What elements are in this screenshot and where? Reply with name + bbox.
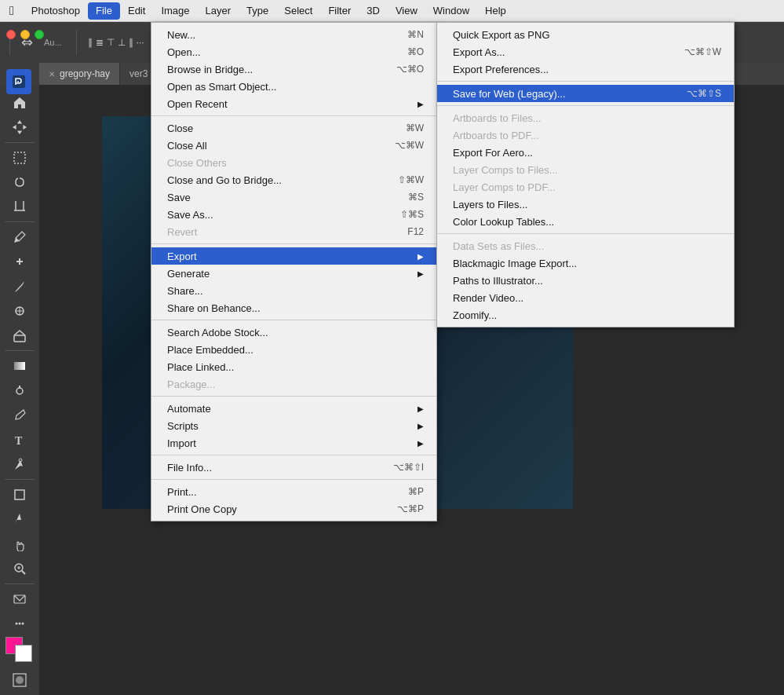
menu-paths-illustrator[interactable]: Paths to Illustrator... (437, 272, 734, 289)
shape-tool[interactable] (7, 483, 32, 506)
menu-open-smart[interactable]: Open as Smart Object... (151, 78, 436, 95)
marquee-tool[interactable] (7, 146, 32, 169)
menu-place-embedded[interactable]: Place Embedded... (151, 341, 436, 358)
menu-share-behance[interactable]: Share on Behance... (151, 299, 436, 316)
export-submenu: Quick Export as PNG Export As... ⌥⌘⇧W Ex… (436, 22, 735, 327)
menu-export-as[interactable]: Export As... ⌥⌘⇧W (437, 43, 734, 60)
quick-mask-icon[interactable] (10, 671, 29, 692)
eyedropper-tool[interactable] (7, 225, 32, 248)
ps-home-icon[interactable] (6, 69, 31, 94)
menu-new[interactable]: New... ⌘N (151, 26, 436, 43)
maximize-button[interactable] (35, 30, 44, 39)
menu-quick-export-png[interactable]: Quick Export as PNG (437, 26, 734, 43)
align-bottom-icon[interactable]: ⊥ (118, 37, 126, 48)
auto-label: Au... (41, 35, 65, 50)
menubar-type[interactable]: Type (239, 2, 276, 20)
menu-layers-to-files[interactable]: Layers to Files... (437, 196, 734, 213)
menu-revert[interactable]: Revert F12 (151, 223, 436, 240)
menu-close-others[interactable]: Close Others (151, 154, 436, 171)
menu-scripts[interactable]: Scripts ▶ (151, 417, 436, 434)
type-tool[interactable]: T (7, 428, 32, 451)
align-right-icon[interactable]: ∥ (129, 37, 133, 48)
menubar-image[interactable]: Image (153, 2, 197, 20)
menu-browse-bridge[interactable]: Browse in Bridge... ⌥⌘O (151, 60, 436, 78)
color-swatches[interactable] (5, 637, 34, 663)
menubar-edit[interactable]: Edit (120, 2, 153, 20)
tab-close-icon[interactable]: ✕ (49, 70, 55, 79)
menu-print[interactable]: Print... ⌘P (151, 483, 436, 500)
eraser-tool[interactable] (7, 324, 32, 347)
menu-color-lookup[interactable]: Color Lookup Tables... (437, 213, 734, 230)
menu-save[interactable]: Save ⌘S (151, 188, 436, 206)
background-color[interactable] (15, 645, 32, 662)
more-tools-icon[interactable] (7, 612, 32, 635)
minimize-button[interactable] (20, 30, 30, 39)
menu-automate[interactable]: Automate ▶ (151, 400, 436, 417)
menubar-select[interactable]: Select (276, 2, 320, 20)
menu-layer-comps-pdf[interactable]: Layer Comps to PDF... (437, 178, 734, 196)
menu-place-linked[interactable]: Place Linked... (151, 358, 436, 375)
dodge-tool[interactable] (7, 379, 32, 402)
menu-layer-comps-files[interactable]: Layer Comps to Files... (437, 161, 734, 178)
menu-render-video[interactable]: Render Video... (437, 289, 734, 306)
clone-tool[interactable] (7, 299, 32, 322)
tools-sidebar: T (0, 85, 39, 695)
align-center-icon[interactable]: ≣ (96, 37, 104, 48)
path-select-tool[interactable] (7, 453, 32, 476)
menu-generate[interactable]: Generate ▶ (151, 265, 436, 282)
close-button[interactable] (6, 30, 16, 39)
menubar:  Photoshop File Edit Image Layer Type S… (0, 0, 784, 22)
more-icon[interactable]: ··· (137, 37, 144, 48)
menubar-window[interactable]: Window (425, 2, 477, 20)
menu-zoomify[interactable]: Zoomify... (437, 306, 734, 324)
gradient-tool[interactable] (7, 354, 32, 377)
direct-select-tool[interactable] (7, 508, 32, 531)
menu-close-bridge[interactable]: Close and Go to Bridge... ⇧⌘W (151, 171, 436, 188)
menu-open-recent[interactable]: Open Recent ▶ (151, 95, 436, 112)
move-tool[interactable] (7, 115, 32, 138)
menu-separator-4 (151, 396, 436, 397)
menu-file-info[interactable]: File Info... ⌥⌘⇧I (151, 459, 436, 476)
align-top-icon[interactable]: ⊤ (107, 37, 115, 48)
crop-tool[interactable] (7, 196, 32, 218)
menu-save-as[interactable]: Save As... ⇧⌘S (151, 206, 436, 223)
menu-open[interactable]: Open... ⌘O (151, 43, 436, 60)
brush-tool[interactable] (7, 275, 32, 298)
menubar-filter[interactable]: Filter (320, 2, 359, 20)
menu-data-sets[interactable]: Data Sets as Files... (437, 237, 734, 254)
menu-artboards-files[interactable]: Artboards to Files... (437, 109, 734, 126)
hand-tool[interactable] (7, 532, 32, 555)
menu-save-for-web[interactable]: Save for Web (Legacy)... ⌥⌘⇧S (437, 85, 734, 102)
alignment-tools: ∥ ≣ ⊤ ⊥ ∥ ··· (88, 37, 144, 48)
file-menu: New... ⌘N Open... ⌘O Browse in Bridge...… (151, 22, 437, 521)
menu-share[interactable]: Share... (151, 282, 436, 299)
menu-print-one-copy[interactable]: Print One Copy ⌥⌘P (151, 500, 436, 518)
lasso-tool[interactable] (7, 170, 32, 193)
menu-package[interactable]: Package... (151, 375, 436, 393)
home-tool-icon[interactable] (7, 91, 32, 114)
menu-search-stock[interactable]: Search Adobe Stock... (151, 324, 436, 341)
mail-icon[interactable] (7, 587, 32, 610)
menu-export-aero[interactable]: Export For Aero... (437, 144, 734, 161)
zoom-tool[interactable] (7, 558, 32, 580)
menubar-layer[interactable]: Layer (198, 2, 239, 20)
document-tab[interactable]: ✕ gregory-hay (39, 63, 120, 85)
align-left-icon[interactable]: ∥ (88, 37, 93, 48)
svg-point-11 (16, 623, 18, 625)
menubar-3d[interactable]: 3D (359, 2, 388, 20)
menubar-view[interactable]: View (388, 2, 425, 20)
menu-artboards-pdf[interactable]: Artboards to PDF... (437, 126, 734, 144)
healing-tool[interactable] (7, 250, 32, 273)
pen-tool[interactable] (7, 404, 32, 426)
menubar-help[interactable]: Help (477, 2, 514, 20)
menu-export-preferences[interactable]: Export Preferences... (437, 60, 734, 78)
menu-close-all[interactable]: Close All ⌥⌘W (151, 137, 436, 154)
menu-import[interactable]: Import ▶ (151, 434, 436, 452)
menubar-file[interactable]: File (88, 2, 120, 20)
tab-filename: gregory-hay (60, 68, 110, 79)
menu-close[interactable]: Close ⌘W (151, 119, 436, 137)
menubar-photoshop[interactable]: Photoshop (24, 2, 88, 20)
apple-menu[interactable]:  (0, 4, 24, 18)
menu-export[interactable]: Export ▶ (151, 247, 436, 265)
menu-blackmagic-export[interactable]: Blackmagic Image Export... (437, 254, 734, 272)
